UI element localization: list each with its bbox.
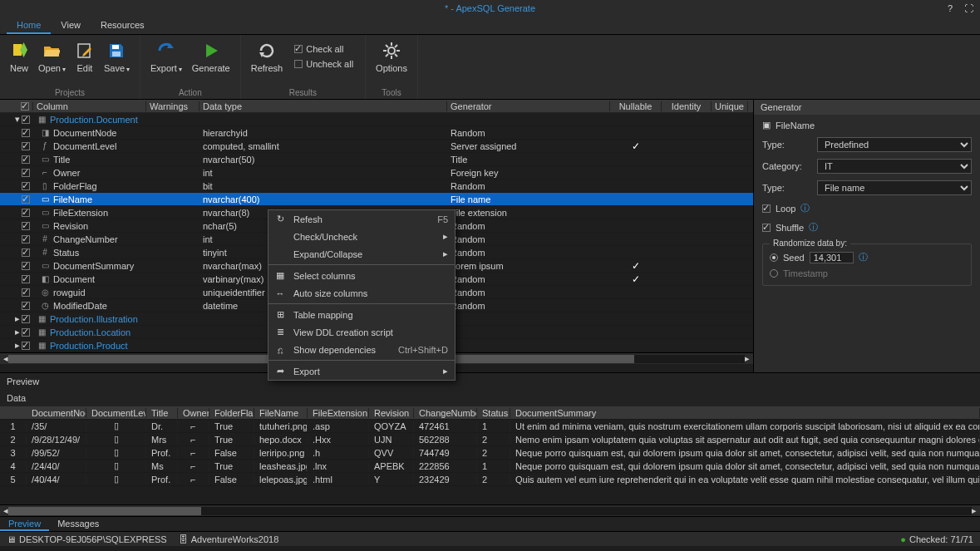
column-type-icon: ◧ xyxy=(40,274,50,283)
open-button[interactable]: Open xyxy=(33,38,71,75)
svg-rect-6 xyxy=(112,52,121,57)
svg-line-16 xyxy=(395,54,397,57)
column-type-icon: # xyxy=(40,234,50,244)
context-menu-item[interactable]: Expand/Collapse xyxy=(268,245,455,263)
table-icon: ▦ xyxy=(37,341,47,350)
context-menu-item[interactable]: ➦Export xyxy=(268,362,455,380)
shuffle-checkbox[interactable] xyxy=(762,224,771,232)
column-row[interactable]: ⌐Owner intForeign key xyxy=(0,166,753,180)
info-icon[interactable]: ⓘ xyxy=(859,251,868,263)
column-type-icon: ▭ xyxy=(40,194,50,204)
column-type-icon: ▭ xyxy=(40,221,50,230)
check-icon: ● xyxy=(900,534,906,544)
save-button[interactable]: Save xyxy=(99,38,135,75)
refresh-button[interactable]: Refresh xyxy=(246,38,288,75)
preview-row[interactable]: 1/35/▯ Dr.⌐True tutuheri.png.aspQOYZA 47… xyxy=(0,420,980,433)
svg-point-10 xyxy=(388,47,395,54)
menu-home[interactable]: Home xyxy=(7,17,51,34)
svg-line-17 xyxy=(386,54,388,57)
tab-preview[interactable]: Preview xyxy=(0,517,49,531)
ribbon: New Open Edit Save Projects Export Gener… xyxy=(0,35,980,100)
bottom-tabs: Preview Messages xyxy=(0,516,980,531)
context-menu-item[interactable]: ↔Auto size columns xyxy=(268,284,455,302)
loop-checkbox[interactable] xyxy=(762,204,771,213)
column-type-icon: ▭ xyxy=(40,261,50,270)
svg-rect-5 xyxy=(112,45,119,49)
context-menu-item[interactable]: ⎌Show dependenciesCtrl+Shift+D xyxy=(268,341,455,358)
preview-subtitle: Data xyxy=(0,390,980,406)
column-type-icon: ▭ xyxy=(40,155,50,164)
edit-button[interactable]: Edit xyxy=(71,38,99,75)
column-type-icon: ƒ xyxy=(40,141,50,150)
preview-row[interactable]: 4/24/40/▯ Ms⌐True leasheas.jpg.lnxAPEBK … xyxy=(0,460,980,473)
options-button[interactable]: Options xyxy=(371,38,412,75)
preview-h-scrollbar[interactable]: ◂▸ xyxy=(0,504,980,516)
svg-line-18 xyxy=(395,45,397,47)
menu-view[interactable]: View xyxy=(51,17,91,34)
menu-resources[interactable]: Resources xyxy=(91,17,155,34)
ribbon-group-action: Action xyxy=(140,88,240,99)
ribbon-group-results: Results xyxy=(241,88,365,99)
column-type-icon: ◷ xyxy=(40,301,50,310)
context-menu-item[interactable]: ↻RefeshF5 xyxy=(268,210,455,228)
table-icon: ▦ xyxy=(37,314,47,323)
generator-panel: Generator ▣FileName Type:Predefined Cate… xyxy=(754,100,980,372)
preview-grid[interactable]: DocumentNodeDocumentLevel TitleOwner Fol… xyxy=(0,406,980,504)
info-icon[interactable]: ⓘ xyxy=(800,202,810,214)
context-menu-item[interactable]: Check/Uncheck xyxy=(268,228,455,245)
database-name: AdventureWorks2018 xyxy=(191,534,279,544)
seed-radio[interactable] xyxy=(770,253,778,262)
column-type-icon: ▯ xyxy=(40,181,50,190)
field-name: FileName xyxy=(776,121,815,130)
ribbon-group-projects: Projects xyxy=(0,88,140,99)
table-icon: ▦ xyxy=(37,327,47,337)
timestamp-radio[interactable] xyxy=(770,269,778,278)
server-icon: 🖥 xyxy=(7,534,16,544)
export-button[interactable]: Export xyxy=(145,38,187,75)
field-icon: ▣ xyxy=(762,120,771,130)
context-menu-item[interactable]: ▦Select columns xyxy=(268,267,455,284)
database-icon: 🗄 xyxy=(179,534,188,544)
type-select[interactable]: Predefined xyxy=(817,137,972,152)
maximize-icon[interactable]: ⛶ xyxy=(964,3,973,13)
seed-input[interactable]: 14,301 xyxy=(810,252,854,263)
svg-marker-8 xyxy=(206,44,218,57)
column-type-icon: ◨ xyxy=(40,128,50,137)
column-type-icon: ▭ xyxy=(40,208,50,217)
column-type-icon: ⌐ xyxy=(40,168,50,177)
subtype-select[interactable]: File name xyxy=(817,180,972,195)
grid-header: Column Warnings Data type Generator Null… xyxy=(0,100,753,113)
tab-messages[interactable]: Messages xyxy=(49,517,107,531)
statusbar: 🖥DESKTOP-9EJ056P\SQLEXPRESS 🗄AdventureWo… xyxy=(0,531,980,546)
column-type-icon: ◎ xyxy=(40,288,50,297)
column-type-icon: # xyxy=(40,248,50,257)
generate-button[interactable]: Generate xyxy=(187,38,235,75)
context-menu: ↻RefeshF5Check/UncheckExpand/Collapse▦Se… xyxy=(268,209,456,381)
preview-row[interactable]: 2/9/28/12/49/▯ Mrs⌐True hepo.docx.HxxUJN… xyxy=(0,433,980,446)
help-icon[interactable]: ? xyxy=(948,3,953,13)
checked-count: Checked: 71/71 xyxy=(909,534,973,544)
column-row[interactable]: ◨DocumentNode hierarchyidRandom xyxy=(0,126,753,140)
app-title: * - ApexSQL Generate xyxy=(445,3,535,13)
table-row[interactable]: ▾ ▦Production.Document xyxy=(0,113,753,126)
menubar: Home View Resources xyxy=(0,17,980,35)
info-icon[interactable]: ⓘ xyxy=(809,221,818,234)
column-row[interactable]: ▯FolderFlag bitRandom xyxy=(0,180,753,193)
svg-line-15 xyxy=(386,45,388,47)
column-row[interactable]: ƒDocumentLevel computed, smallintServer … xyxy=(0,140,753,153)
table-icon: ▦ xyxy=(37,115,47,124)
context-menu-item[interactable]: ⊞Table mapping xyxy=(268,306,455,323)
ribbon-group-tools: Tools xyxy=(366,88,417,99)
uncheck-all-button[interactable]: Uncheck all xyxy=(294,59,353,69)
context-menu-item[interactable]: ≣View DDL creation script xyxy=(268,323,455,341)
preview-row[interactable]: 5/40/44/▯ Prof.⌐False lelepoas.jpg.htmlY… xyxy=(0,473,980,486)
preview-row[interactable]: 3/99/52/▯ Prof.⌐False leriripo.png.hQVV … xyxy=(0,446,980,460)
new-button[interactable]: New xyxy=(5,38,33,75)
category-select[interactable]: IT xyxy=(817,159,972,174)
sidepanel-title: Generator xyxy=(754,100,980,115)
check-all-button[interactable]: Check all xyxy=(294,44,353,54)
preview-title: Preview xyxy=(0,372,980,390)
server-name: DESKTOP-9EJ056P\SQLEXPRESS xyxy=(19,534,167,544)
column-row[interactable]: ▭Title nvarchar(50)Title xyxy=(0,153,753,166)
column-row[interactable]: ▭FileName nvarchar(400)File name xyxy=(0,193,753,206)
